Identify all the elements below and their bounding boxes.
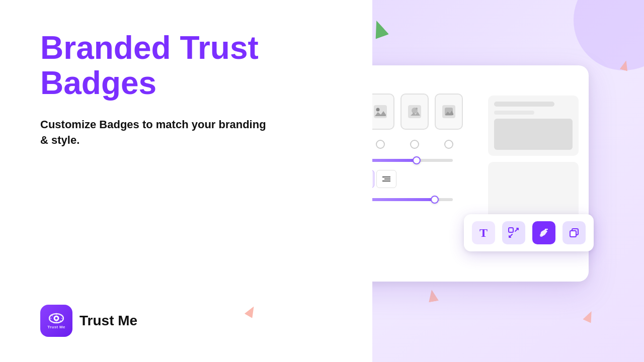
image-option-2[interactable] (372, 94, 394, 130)
left-panel: Branded Trust Badges Customize Badges to… (0, 0, 372, 362)
preview-line-2 (494, 111, 534, 115)
radio-item-4 (435, 140, 463, 149)
svg-rect-5 (374, 105, 387, 118)
page-description: Customize Badges to match your branding … (40, 117, 272, 148)
preview-area (488, 96, 579, 222)
slider-1-thumb[interactable] (413, 156, 421, 164)
radio-item-3 (400, 140, 429, 149)
brand-logo: Trust Me Trust Me (40, 305, 332, 337)
decorative-triangle-salmon-2 (427, 289, 439, 302)
radio-3[interactable] (410, 140, 419, 149)
number-input-row: 124 ▲ ▼ (372, 209, 463, 227)
logo-background: Trust Me (40, 305, 72, 337)
right-panel: 124 ▲ ▼ T (372, 0, 644, 362)
radio-button-row (372, 140, 463, 149)
page-title: Branded Trust Badges (40, 30, 332, 101)
logo-eye-icon (49, 313, 64, 324)
decorative-triangle-salmon-3 (583, 309, 596, 323)
left-content: Branded Trust Badges Customize Badges to… (40, 30, 332, 148)
slider-2-track[interactable] (372, 198, 453, 201)
image-option-3[interactable] (400, 94, 429, 130)
align-center-button[interactable] (372, 170, 374, 188)
slider-1-fill (372, 159, 417, 162)
decorative-circle (574, 0, 644, 70)
title-line2: Badges (40, 65, 156, 101)
paint-tool-button[interactable] (532, 221, 555, 244)
radio-4[interactable] (444, 140, 453, 149)
svg-point-22 (540, 234, 543, 237)
text-tool-button[interactable]: T (472, 221, 495, 244)
preview-line-1 (494, 102, 554, 107)
floating-toolbar: T (464, 214, 594, 251)
align-button-group (372, 170, 463, 188)
slider-1-track[interactable] (372, 159, 453, 162)
slider-1-container (372, 159, 463, 162)
svg-point-9 (416, 108, 418, 110)
title-line1: Branded Trust (40, 30, 259, 66)
align-right-button[interactable] (376, 170, 396, 188)
preview-image-placeholder (494, 119, 573, 150)
radio-item-2 (372, 140, 394, 149)
svg-rect-25 (570, 231, 576, 237)
preview-card-top (488, 96, 579, 156)
copy-tool-button[interactable] (562, 221, 586, 244)
resize-tool-button[interactable] (502, 221, 525, 244)
image-option-4[interactable] (435, 94, 463, 130)
controls-panel: 124 ▲ ▼ (372, 94, 463, 227)
radio-2[interactable] (376, 140, 385, 149)
svg-rect-21 (509, 228, 513, 232)
slider-2-container (372, 198, 463, 201)
svg-point-6 (376, 108, 380, 112)
svg-point-2 (55, 317, 58, 319)
preview-card-bottom (488, 162, 579, 222)
logo-label-small: Trust Me (47, 325, 65, 329)
logo-icon-wrapper: Trust Me (40, 305, 72, 337)
app-name: Trust Me (79, 313, 137, 329)
window-traffic-lights (372, 75, 579, 83)
image-style-selector (372, 94, 463, 130)
slider-2-thumb[interactable] (431, 196, 439, 204)
app-window: 124 ▲ ▼ T (372, 65, 589, 282)
slider-2-fill (372, 198, 435, 201)
decorative-triangle-green (372, 18, 389, 39)
